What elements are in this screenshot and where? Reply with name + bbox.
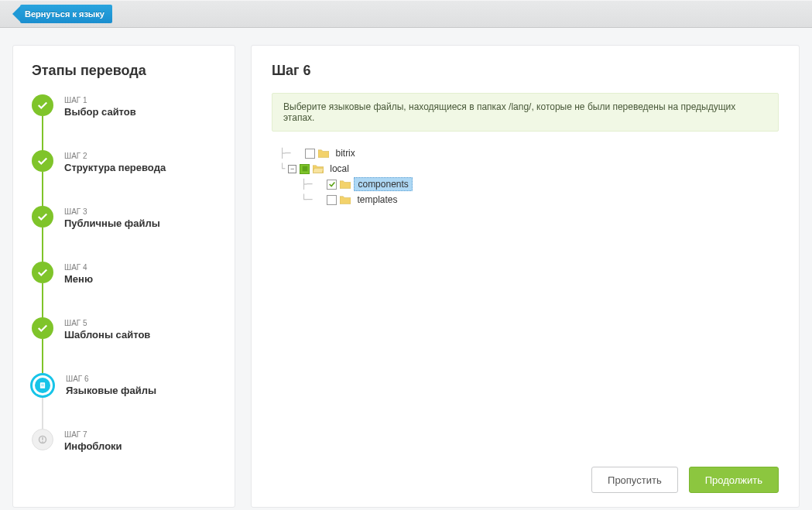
- step-3[interactable]: ШАГ 3 Публичные файлы: [32, 206, 216, 262]
- tree-node-label-selected[interactable]: components: [354, 177, 412, 191]
- tree-connector: └─: [301, 194, 312, 205]
- step-label: ШАГ 7: [64, 430, 122, 439]
- tree-connector: ├─: [301, 179, 312, 190]
- back-button[interactable]: Вернуться к языку: [20, 5, 112, 23]
- tree-node-bitrix[interactable]: ├─ bitrix: [279, 145, 779, 161]
- step-title: Меню: [64, 273, 93, 285]
- pending-step-icon: [32, 429, 53, 450]
- step-label: ШАГ 5: [64, 319, 150, 327]
- tree-node-templates[interactable]: └─ templates: [279, 192, 779, 207]
- step-title: Языковые файлы: [66, 385, 156, 396]
- tree-connector: ├─: [279, 148, 290, 159]
- step-4[interactable]: ШАГ 4 Меню: [32, 262, 216, 317]
- file-tree: ├─ bitrix └ − local ├─: [272, 145, 779, 457]
- page-title: Шаг 6: [272, 63, 779, 79]
- svg-rect-4: [42, 437, 43, 440]
- tree-toggle: [293, 149, 302, 158]
- skip-button[interactable]: Пропустить: [591, 467, 678, 493]
- check-icon: [32, 94, 53, 116]
- svg-rect-6: [302, 166, 307, 172]
- tree-collapse-icon[interactable]: −: [288, 165, 296, 173]
- sidebar-title: Этапы перевода: [32, 63, 216, 79]
- step-6-current[interactable]: ШАГ 6 Языковые файлы: [32, 373, 216, 429]
- svg-rect-5: [42, 441, 43, 443]
- sidebar: Этапы перевода ШАГ 1 Выбор сайтов ШАГ 2: [12, 45, 235, 508]
- tree-checkbox-checked[interactable]: [327, 180, 337, 190]
- current-step-icon: [30, 373, 55, 398]
- step-label: ШАГ 1: [64, 96, 136, 104]
- tree-checkbox[interactable]: [305, 149, 315, 159]
- step-title: Структура перевода: [64, 162, 166, 173]
- tree-node-label[interactable]: bitrix: [332, 147, 358, 159]
- svg-rect-2: [41, 385, 44, 386]
- tree-node-label[interactable]: templates: [354, 193, 400, 206]
- tree-toggle: [315, 180, 324, 189]
- step-5[interactable]: ШАГ 5 Шаблоны сайтов: [32, 317, 216, 373]
- step-title: Публичные файлы: [64, 217, 160, 229]
- tree-toggle: [315, 196, 324, 204]
- step-1[interactable]: ШАГ 1 Выбор сайтов: [32, 94, 216, 150]
- tree-connector: └: [279, 163, 285, 174]
- check-icon: [32, 317, 53, 339]
- step-label: ШАГ 6: [66, 375, 156, 383]
- steps-list: ШАГ 1 Выбор сайтов ШАГ 2 Структура перев…: [32, 94, 216, 460]
- folder-icon: [340, 195, 351, 204]
- step-2[interactable]: ШАГ 2 Структура перевода: [32, 150, 216, 206]
- check-icon: [32, 206, 53, 228]
- folder-open-icon: [313, 164, 324, 173]
- continue-button[interactable]: Продолжить: [689, 467, 779, 493]
- folder-icon: [318, 149, 329, 158]
- step-label: ШАГ 4: [64, 263, 93, 272]
- step-title: Инфоблоки: [64, 440, 122, 452]
- tree-node-components[interactable]: ├─ components: [279, 176, 779, 192]
- step-7-pending[interactable]: ШАГ 7 Инфоблоки: [32, 429, 216, 460]
- step-title: Выбор сайтов: [64, 106, 136, 118]
- footer-actions: Пропустить Продолжить: [272, 457, 779, 493]
- main-panel: Шаг 6 Выберите языковые файлы, находящие…: [251, 45, 800, 508]
- tree-node-local[interactable]: └ − local: [279, 161, 779, 176]
- check-icon: [32, 262, 53, 283]
- svg-rect-1: [41, 384, 44, 385]
- info-message: Выберите языковые файлы, находящиеся в п…: [272, 93, 779, 132]
- step-label: ШАГ 3: [64, 207, 160, 216]
- step-label: ШАГ 2: [64, 152, 166, 160]
- tree-checkbox[interactable]: [327, 195, 337, 205]
- tree-node-label[interactable]: local: [327, 163, 352, 175]
- topbar: Вернуться к языку: [0, 0, 812, 28]
- step-title: Шаблоны сайтов: [64, 329, 150, 341]
- tree-checkbox-partial[interactable]: [300, 164, 310, 174]
- check-icon: [32, 150, 53, 172]
- folder-icon: [340, 180, 351, 189]
